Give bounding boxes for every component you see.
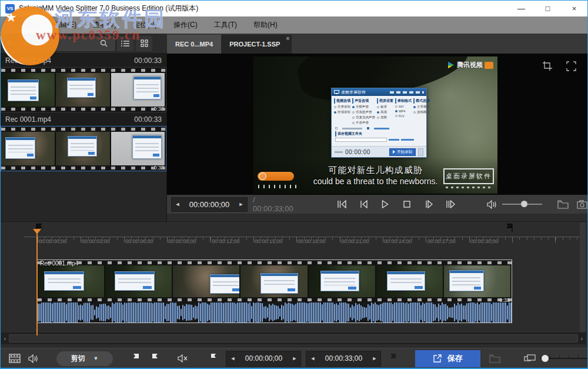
edit-mode-dropdown[interactable]: 剪切 ▼ (56, 351, 112, 366)
end-time-increase[interactable]: ► (368, 355, 380, 361)
tab-project[interactable]: PROJECT-1.SSP × (221, 35, 292, 54)
video-frame (309, 265, 375, 297)
menu-tools[interactable]: 工具(T) (208, 17, 243, 33)
video-frame (376, 265, 443, 297)
previous-marker-icon[interactable] (336, 198, 348, 210)
horizontal-scrollbar[interactable]: ‹ › (1, 333, 586, 344)
menu-edit[interactable]: 编辑(E) (47, 17, 82, 33)
close-button[interactable]: × (561, 1, 587, 16)
media-item-thumbnail[interactable]: 0:33 (1, 67, 166, 112)
monitor-icon (334, 90, 339, 94)
storyboard-icon[interactable] (5, 351, 24, 366)
scroll-right-icon[interactable]: › (578, 335, 586, 342)
search-input[interactable] (19, 40, 100, 47)
video-frame (38, 265, 104, 297)
film-holes (38, 260, 512, 265)
marker-flag-icon[interactable] (204, 351, 223, 366)
begin-time-value[interactable]: 00:00:00;00 (239, 354, 288, 363)
next-marker-icon[interactable] (445, 198, 456, 210)
scroll-left-icon[interactable]: ‹ (1, 335, 9, 342)
open-folder-icon[interactable] (557, 200, 569, 209)
media-item-header: Rec 0001.mp4 00:00:33 (1, 112, 166, 126)
list-view-icon[interactable] (117, 36, 133, 51)
set-begin-marker-flag-icon[interactable] (145, 351, 164, 366)
video-frame (56, 132, 109, 167)
scrollbar-thumb[interactable] (9, 334, 578, 343)
ruler-label: 00:00:00;00 (39, 238, 67, 244)
begin-time-increase[interactable]: ► (288, 355, 300, 361)
menu-operation[interactable]: 操作(C) (168, 17, 203, 33)
folder-path-field (335, 138, 387, 142)
film-holes (1, 127, 166, 132)
film-holes (1, 68, 166, 73)
audio-track-icon[interactable] (24, 351, 43, 366)
audio-waveform-track[interactable] (38, 302, 512, 323)
vertical-scrollbar[interactable] (580, 222, 586, 332)
volume-slider[interactable] (502, 204, 542, 205)
ruler-label: 00:00:30;00 (470, 238, 499, 244)
media-item-header: Rec 0001.mp4 00:00:33 (1, 54, 166, 67)
step-back-icon[interactable] (358, 198, 369, 210)
out-marker-flag[interactable] (506, 224, 513, 232)
menu-position[interactable]: 定位(N) (127, 17, 163, 33)
menu-view[interactable]: 查看(V) (87, 17, 122, 33)
output-folder-icon[interactable] (485, 351, 504, 366)
maximize-button[interactable]: □ (534, 1, 561, 16)
menu-file[interactable]: 文件(F) (8, 17, 42, 33)
video-frame (1, 73, 55, 108)
ruler-label: 00:00:27;00 (427, 238, 456, 244)
brand-badge (485, 62, 493, 69)
film-holes (38, 297, 512, 302)
timecode-increase-button[interactable]: ► (235, 201, 247, 207)
video-frame-display[interactable]: 腾讯视频 桌面录屏软件 视频选项 全屏录制 区域录制 声音选项 全部声音 (253, 56, 497, 194)
play-logo-icon (447, 61, 455, 69)
mute-fragment-icon[interactable] (173, 351, 192, 366)
tab-media-file[interactable]: REC 0...MP4 (167, 35, 221, 54)
search-box (18, 36, 115, 51)
minimize-button[interactable]: — (508, 1, 534, 16)
ruler-label: 00:00:21;00 (341, 238, 369, 244)
current-timecode[interactable]: 00:00:00;00 (183, 200, 235, 209)
film-holes (1, 107, 166, 112)
menu-help[interactable]: 帮助(H) (248, 17, 283, 33)
menu-bar: 文件(F) 编辑(E) 查看(V) 定位(N) 操作(C) 工具(T) 帮助(H… (1, 16, 587, 34)
media-item-duration: 00:00:33 (134, 56, 162, 65)
search-icon[interactable] (100, 39, 114, 47)
set-end-marker-flag-icon[interactable] (127, 351, 146, 366)
grid-view-icon[interactable] (136, 36, 152, 51)
tab-project-label: PROJECT-1.SSP (229, 41, 280, 48)
fullscreen-icon[interactable] (564, 59, 578, 73)
save-button-label: 保存 (447, 353, 463, 364)
save-button[interactable]: 保存 (415, 350, 480, 367)
end-marker-flag-dark-icon[interactable] (383, 351, 402, 366)
crop-icon[interactable] (540, 59, 554, 73)
edit-mode-label: 剪切 (71, 354, 85, 364)
timecode-stepper: ◄ 00:00:00;00 ► (171, 197, 248, 212)
snapshot-icon[interactable] (577, 200, 587, 209)
ruler-label: 00:00:15;00 (255, 238, 283, 244)
video-frame (105, 265, 172, 297)
step-forward-icon[interactable] (423, 198, 435, 210)
begin-time-decrease[interactable]: ◄ (226, 355, 239, 361)
media-library-panel: Rec 0001.mp4 00:00:33 0:33 Rec 0001.mp4 … (1, 54, 167, 221)
film-holes (1, 165, 166, 171)
tab-close-icon[interactable]: × (286, 35, 290, 42)
zoom-knob[interactable] (542, 355, 549, 362)
volume-knob[interactable] (521, 201, 527, 207)
media-panel-header: + (1, 34, 167, 54)
zoom-display-icon (524, 354, 536, 363)
chevron-down-icon: ▼ (93, 355, 99, 361)
media-item-name: Rec 0001.mp4 (5, 56, 51, 65)
end-time-value[interactable]: 00:00:33;00 (319, 354, 368, 363)
add-media-button[interactable]: + (1, 35, 18, 52)
bottom-toolbar: 剪切 ▼ ◄ 00:00:00;00 ► ◄ 00:00:33;00 ► (1, 348, 587, 368)
media-item-thumbnail-selected[interactable]: 0:33 (1, 126, 166, 171)
timeline-clip[interactable]: Rec 0001.mp4 0:33 (37, 260, 512, 323)
play-icon[interactable] (379, 198, 391, 210)
timecode-decrease-button[interactable]: ◄ (172, 201, 183, 207)
volume-icon[interactable] (487, 200, 497, 209)
stop-icon[interactable] (401, 198, 413, 210)
playhead-line[interactable] (36, 229, 38, 335)
end-time-decrease[interactable]: ◄ (306, 355, 319, 361)
zoom-slider[interactable] (540, 358, 587, 359)
